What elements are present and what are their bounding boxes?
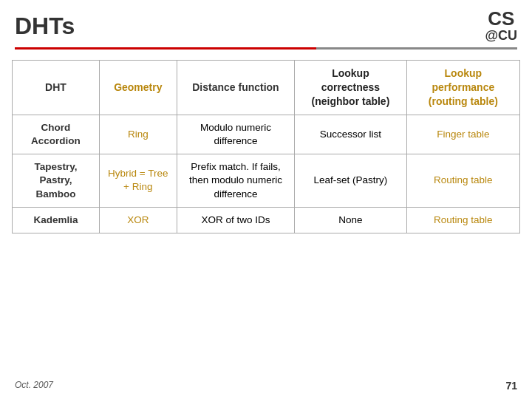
col-header-lookup-perf: Lookup performance (routing table) xyxy=(406,61,519,115)
page-title: DHTs xyxy=(15,13,75,40)
table-cell: Routing table xyxy=(406,154,519,208)
page-footer: Oct. 2007 71 xyxy=(15,380,517,392)
table-body: Chord AccordionRingModulo numeric differ… xyxy=(13,115,520,233)
logo: CS @CU xyxy=(485,8,517,44)
table-cell: None xyxy=(295,207,406,233)
table-row: Tapestry, Pastry, BambooHybrid = Tree + … xyxy=(13,154,520,208)
col-header-distance: Distance function xyxy=(177,61,295,115)
table-header-row: DHT Geometry Distance function Lookup co… xyxy=(13,61,520,115)
table-cell: Routing table xyxy=(406,207,519,233)
table-cell: XOR xyxy=(99,207,177,233)
page-header: DHTs CS @CU xyxy=(0,0,532,44)
dht-comparison-table: DHT Geometry Distance function Lookup co… xyxy=(12,60,520,233)
table-cell: Prefix match. If fails, then modulo nume… xyxy=(177,154,295,208)
table-cell: Successor list xyxy=(295,115,406,154)
logo-cs: CS xyxy=(488,8,514,30)
table-cell: Finger table xyxy=(406,115,519,154)
table-cell: Chord Accordion xyxy=(13,115,100,154)
page-number: 71 xyxy=(505,380,517,392)
table-row: KademliaXORXOR of two IDsNoneRouting tab… xyxy=(13,207,520,233)
main-table-container: DHT Geometry Distance function Lookup co… xyxy=(12,60,520,233)
col-header-dht: DHT xyxy=(13,61,100,115)
footer-date: Oct. 2007 xyxy=(15,380,53,392)
table-cell: Ring xyxy=(99,115,177,154)
col-header-lookup-correct: Lookup correctness (neighbor table) xyxy=(295,61,406,115)
header-divider xyxy=(15,47,517,50)
table-cell: Tapestry, Pastry, Bamboo xyxy=(13,154,100,208)
table-row: Chord AccordionRingModulo numeric differ… xyxy=(13,115,520,154)
table-cell: Kademlia xyxy=(13,207,100,233)
logo-cu: @CU xyxy=(485,29,517,44)
table-cell: Leaf-set (Pastry) xyxy=(295,154,406,208)
table-cell: XOR of two IDs xyxy=(177,207,295,233)
col-header-geometry: Geometry xyxy=(99,61,177,115)
table-cell: Hybrid = Tree + Ring xyxy=(99,154,177,208)
table-cell: Modulo numeric difference xyxy=(177,115,295,154)
